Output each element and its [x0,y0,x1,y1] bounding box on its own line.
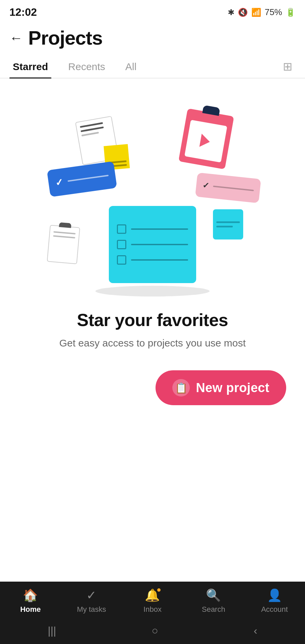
bluetooth-icon: ✱ [228,8,234,17]
android-back-button[interactable]: ‹ [240,621,271,640]
nav-account-label: Account [261,605,288,614]
tab-recents[interactable]: Recents [65,55,108,78]
empty-state-illustration: ✓ ✓ [38,99,267,293]
android-home-button[interactable]: ○ [138,621,171,640]
tab-all[interactable]: All [122,55,140,78]
nav-account[interactable]: 👤 Account [253,588,296,614]
home-icon: 🏠 [23,588,38,602]
wifi-icon: 📶 [251,8,261,17]
bottom-navigation: 🏠 Home ✓ My tasks 🔔 Inbox 🔍 Search 👤 Acc… [0,582,305,617]
pink-clipboard [178,108,234,169]
new-project-icon: 📋 [172,379,190,396]
document-with-sticky [75,116,119,165]
tabs-bar: Starred Recents All ⊞ [0,55,305,78]
battery-percent: 75% [265,7,282,17]
inbox-notification-dot [157,588,161,592]
search-icon: 🔍 [206,588,221,602]
mytasks-icon: ✓ [86,588,96,602]
blue-checkbox-card: ✓ [47,161,117,197]
page-title: Projects [28,26,102,49]
small-clipboard [47,225,80,264]
tab-starred[interactable]: Starred [9,55,51,78]
empty-state-text: Star your favorites Get easy access to p… [46,310,259,350]
cyan-note [213,209,243,239]
grid-view-icon[interactable]: ⊞ [279,56,296,76]
nav-inbox-label: Inbox [143,605,162,614]
android-nav-bar: ||| ○ ‹ [0,617,305,644]
new-project-label: New project [196,381,269,395]
back-button[interactable]: ← [9,31,23,45]
mute-icon: 🔇 [238,8,248,17]
nav-mytasks[interactable]: ✓ My tasks [70,588,113,614]
nav-search[interactable]: 🔍 Search [192,588,235,614]
status-time: 12:02 [9,6,37,18]
illustration-shadow [95,286,210,297]
nav-home-label: Home [20,605,41,614]
pink-checkbox-card: ✓ [195,172,261,203]
nav-mytasks-label: My tasks [77,605,106,614]
account-icon: 👤 [267,588,282,602]
new-project-button[interactable]: 📋 New project [156,370,286,405]
empty-state-subtext: Get easy access to projects you use most [59,336,246,350]
status-icons: ✱ 🔇 📶 75% 🔋 [228,7,296,17]
page-header: ← Projects [0,22,305,55]
android-recent-button[interactable]: ||| [34,621,70,640]
nav-inbox[interactable]: 🔔 Inbox [131,588,174,614]
battery-icon: 🔋 [286,8,296,17]
empty-state-heading: Star your favorites [59,310,246,330]
status-bar: 12:02 ✱ 🔇 📶 75% 🔋 [0,0,305,22]
nav-home[interactable]: 🏠 Home [9,588,52,614]
checklist-card [109,206,196,283]
inbox-icon-wrapper: 🔔 [145,588,160,602]
nav-search-label: Search [202,605,225,614]
main-content: ✓ ✓ [0,78,305,419]
